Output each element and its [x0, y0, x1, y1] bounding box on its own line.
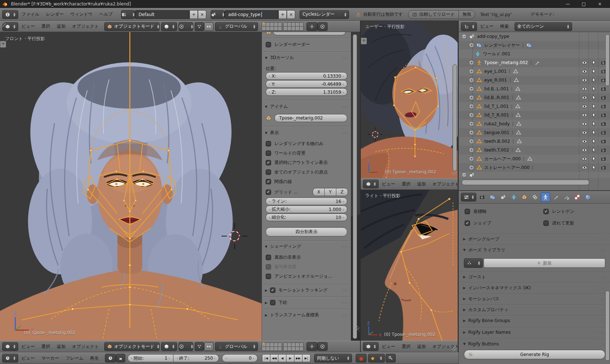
- scene-delete-button[interactable]: ×: [287, 10, 295, 19]
- collapse-icon[interactable]: [462, 172, 467, 177]
- cursor-z-field[interactable]: ‹Z:1.31059›: [266, 88, 347, 96]
- panel-grip-icon[interactable]: [342, 313, 348, 317]
- panel-grip-icon[interactable]: [599, 297, 606, 301]
- cursor-icon[interactable]: [591, 86, 597, 92]
- panel-grip-icon[interactable]: [342, 131, 348, 135]
- cursor-icon[interactable]: [591, 121, 597, 127]
- render-border-checkbox[interactable]: [266, 42, 271, 47]
- expand-icon[interactable]: [469, 148, 474, 153]
- editor-type-selector[interactable]: [461, 193, 476, 201]
- scene-browse-button[interactable]: [211, 10, 224, 19]
- cursor-icon[interactable]: [591, 95, 597, 101]
- clipped-field[interactable]: [273, 32, 346, 35]
- jump-end-button[interactable]: ▶|: [302, 354, 310, 362]
- layout-delete-button[interactable]: ×: [198, 10, 206, 19]
- menu-marker[interactable]: マーカー: [38, 355, 63, 361]
- menu-select[interactable]: 選択: [399, 344, 414, 350]
- toggle-deferred[interactable]: 遅れて更新: [543, 220, 607, 226]
- checkbox[interactable]: [266, 274, 271, 279]
- menu-select[interactable]: 選択: [38, 23, 54, 30]
- outliner-row[interactable]: lid_T_L.001: [459, 102, 610, 111]
- mode-select[interactable]: オブジェクトモード: [104, 342, 160, 351]
- pivot-select[interactable]: [179, 22, 193, 31]
- tab-render[interactable]: [477, 192, 487, 202]
- tab-render-layers[interactable]: [488, 192, 497, 202]
- record-button[interactable]: ●: [356, 354, 367, 363]
- editor-type-selector[interactable]: [461, 22, 477, 31]
- grid-lines-field[interactable]: ‹ライン:16›: [266, 197, 347, 205]
- outliner-row[interactable]: ruka2_body: [459, 120, 610, 128]
- expand-icon[interactable]: [469, 130, 474, 135]
- tab-bone[interactable]: [551, 192, 561, 202]
- expand-icon[interactable]: [469, 86, 474, 91]
- camera-icon[interactable]: [601, 103, 606, 109]
- collapse-icon[interactable]: [462, 34, 467, 39]
- mode-select[interactable]: オブジェクトモード: [104, 22, 160, 31]
- quad-view-button[interactable]: 四分割表示: [266, 227, 347, 236]
- panel-grip-icon[interactable]: [599, 275, 606, 279]
- panel-pose-library[interactable]: ポーズ ライブラリ: [459, 245, 610, 255]
- menu-search[interactable]: 検索: [497, 23, 512, 30]
- layout-browse-button[interactable]: [121, 10, 135, 19]
- maximize-button[interactable]: □: [576, 0, 592, 8]
- render-border-row[interactable]: レンダーボーダー: [266, 42, 348, 48]
- camera-icon[interactable]: [601, 165, 606, 171]
- outliner-row[interactable]: カールヘアー.000: [459, 154, 610, 163]
- sync-select[interactable]: 同期しない: [314, 354, 352, 363]
- checkbox[interactable]: [266, 160, 271, 165]
- tab-object-data[interactable]: [541, 192, 550, 202]
- expand-icon[interactable]: [469, 69, 474, 74]
- tab-scene[interactable]: [498, 192, 508, 202]
- shading-select[interactable]: [161, 342, 177, 351]
- snap-element-button[interactable]: [204, 342, 214, 351]
- outliner-row[interactable]: レンダーレイヤー: [459, 41, 610, 50]
- menu-view[interactable]: ビュー: [18, 355, 38, 361]
- area-resize-corner[interactable]: [354, 326, 359, 331]
- viewport-scrollbar[interactable]: [453, 64, 457, 171]
- panel-grip-icon[interactable]: [599, 342, 606, 346]
- keyframe-button[interactable]: [386, 354, 396, 363]
- eye-icon[interactable]: [582, 165, 587, 171]
- checkbox[interactable]: [543, 220, 549, 226]
- camera-icon[interactable]: [601, 138, 606, 144]
- viewport-side-canvas[interactable]: Z X ライト・平行投影 (0) Tpose-_metarig.002: [361, 190, 458, 341]
- panel-grip-icon[interactable]: [342, 56, 348, 60]
- n-panel-scrollbar[interactable]: [353, 34, 357, 339]
- expand-icon[interactable]: [469, 121, 474, 126]
- cursor-icon[interactable]: [591, 103, 597, 109]
- shading-select[interactable]: [161, 22, 177, 31]
- expand-icon[interactable]: [469, 60, 474, 65]
- layer-grid-2[interactable]: [283, 22, 304, 31]
- eye-icon[interactable]: [582, 130, 587, 136]
- checkbox[interactable]: [266, 141, 271, 146]
- orientation-select[interactable]: グローバル: [215, 22, 258, 31]
- eye-icon[interactable]: [582, 156, 587, 162]
- outliner-row[interactable]: ストレートヘアー.000: [459, 163, 610, 172]
- menu-file[interactable]: ファイル: [18, 11, 43, 17]
- cursor-icon[interactable]: [591, 156, 597, 162]
- editor-type-selector[interactable]: [363, 180, 379, 188]
- panel-grip-icon[interactable]: [342, 105, 348, 109]
- tab-material[interactable]: [583, 192, 593, 202]
- render-preview-button[interactable]: [317, 342, 328, 351]
- editor-type-selector[interactable]: [2, 354, 18, 363]
- panel-background-images[interactable]: 下絵: [265, 300, 348, 306]
- menu-object[interactable]: オブジェクト: [69, 344, 102, 350]
- cursor-y-field[interactable]: ‹Y:-0.46499›: [266, 80, 347, 88]
- camera-icon[interactable]: [601, 147, 606, 153]
- checkbox[interactable]: [266, 150, 271, 156]
- expand-icon[interactable]: [469, 78, 474, 83]
- manipulator-toggle[interactable]: [306, 22, 317, 31]
- camera-icon[interactable]: [601, 156, 606, 162]
- frame-start-field[interactable]: ‹開始:1›: [128, 354, 173, 362]
- manipulator-toggle[interactable]: [306, 342, 317, 351]
- checkbox[interactable]: [266, 169, 271, 175]
- current-frame-field[interactable]: ‹0›: [222, 354, 258, 362]
- tab-constraints[interactable]: [530, 192, 540, 202]
- outliner-row-partial[interactable]: [459, 172, 610, 178]
- cursor-icon[interactable]: [591, 69, 597, 74]
- eye-icon[interactable]: [582, 69, 587, 74]
- menu-playback[interactable]: 再生: [87, 355, 102, 361]
- panel-motion-tracking[interactable]: モーショントラッキング: [265, 287, 348, 293]
- time-toggle-button[interactable]: [105, 354, 116, 363]
